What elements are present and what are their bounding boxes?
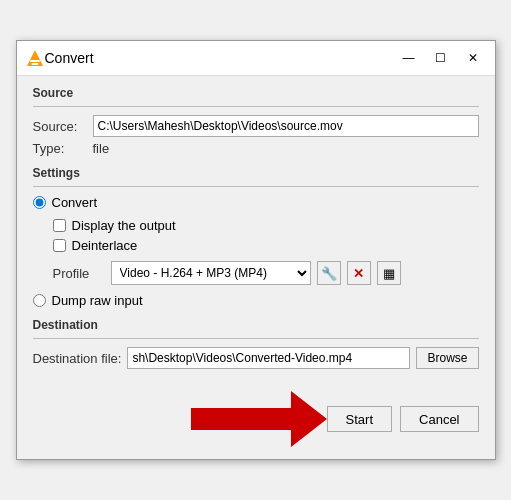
display-output-row: Display the output	[53, 218, 479, 233]
bottom-buttons: Start Cancel	[327, 406, 479, 432]
destination-heading: Destination	[33, 318, 479, 332]
profile-label: Profile	[53, 266, 105, 281]
source-label: Source:	[33, 119, 93, 134]
deinterlace-checkbox[interactable]	[53, 239, 66, 252]
bottom-bar: Start Cancel	[17, 381, 495, 459]
arrow-body	[191, 408, 291, 430]
destination-row: Destination file: Browse	[33, 347, 479, 369]
vlc-icon	[25, 48, 45, 68]
svg-rect-2	[31, 63, 38, 65]
start-button[interactable]: Start	[327, 406, 392, 432]
source-input[interactable]	[93, 115, 479, 137]
deinterlace-row: Deinterlace	[53, 238, 479, 253]
close-button[interactable]: ✕	[459, 47, 487, 69]
delete-icon: ✕	[353, 266, 364, 281]
source-row: Source:	[33, 115, 479, 137]
delete-profile-button[interactable]: ✕	[347, 261, 371, 285]
title-bar: Convert — ☐ ✕	[17, 41, 495, 76]
profile-select[interactable]: Video - H.264 + MP3 (MP4) Audio - MP3 Vi…	[111, 261, 311, 285]
convert-window: Convert — ☐ ✕ Source Source: Type: file …	[16, 40, 496, 460]
deinterlace-label[interactable]: Deinterlace	[72, 238, 138, 253]
browse-button[interactable]: Browse	[416, 347, 478, 369]
dump-raw-label[interactable]: Dump raw input	[52, 293, 143, 308]
profile-row: Profile Video - H.264 + MP3 (MP4) Audio …	[53, 261, 479, 285]
edit-profile-button[interactable]: ▦	[377, 261, 401, 285]
settings-heading: Settings	[33, 166, 479, 180]
display-output-checkbox[interactable]	[53, 219, 66, 232]
settings-divider	[33, 186, 479, 187]
type-label: Type:	[33, 141, 93, 156]
wrench-icon: 🔧	[321, 266, 337, 281]
destination-input[interactable]	[127, 347, 410, 369]
display-output-label[interactable]: Display the output	[72, 218, 176, 233]
convert-radio-label[interactable]: Convert	[52, 195, 98, 210]
maximize-button[interactable]: ☐	[427, 47, 455, 69]
destination-section: Destination Destination file: Browse	[33, 318, 479, 369]
convert-radio-row: Convert	[33, 195, 479, 210]
convert-radio[interactable]	[33, 196, 46, 209]
type-row: Type: file	[33, 141, 479, 156]
window-title: Convert	[45, 50, 395, 66]
cancel-button[interactable]: Cancel	[400, 406, 478, 432]
dump-raw-row: Dump raw input	[33, 293, 479, 308]
wrench-button[interactable]: 🔧	[317, 261, 341, 285]
title-bar-controls: — ☐ ✕	[395, 47, 487, 69]
type-value: file	[93, 141, 110, 156]
arrow-decoration	[191, 391, 327, 447]
destination-divider	[33, 338, 479, 339]
source-divider	[33, 106, 479, 107]
source-heading: Source	[33, 86, 479, 100]
svg-rect-1	[30, 60, 40, 62]
destination-label: Destination file:	[33, 351, 122, 366]
minimize-button[interactable]: —	[395, 47, 423, 69]
arrow-head	[291, 391, 327, 447]
edit-icon: ▦	[383, 266, 395, 281]
dump-raw-radio[interactable]	[33, 294, 46, 307]
settings-section: Settings Convert Display the output Dein…	[33, 166, 479, 308]
dialog-content: Source Source: Type: file Settings Conve…	[17, 76, 495, 381]
